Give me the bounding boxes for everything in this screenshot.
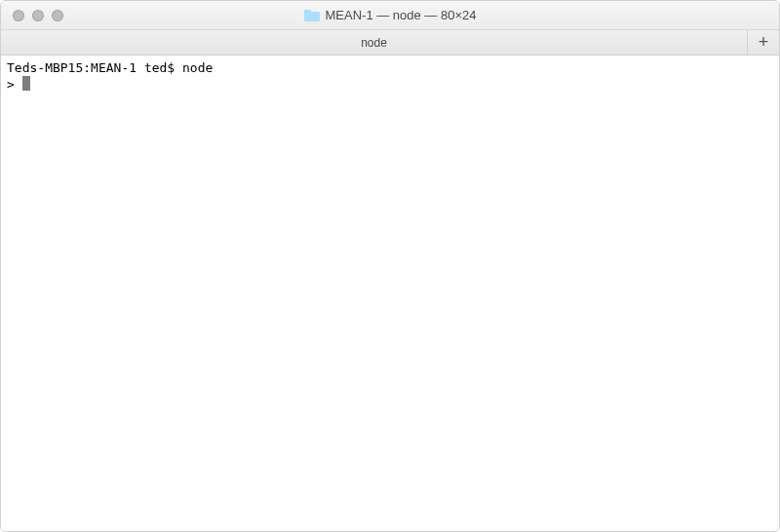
- plus-icon: +: [759, 32, 769, 53]
- repl-prompt: >: [7, 77, 22, 92]
- window-title-group: MEAN-1 — node — 80×24: [1, 8, 779, 22]
- tab-node[interactable]: node: [1, 30, 748, 55]
- terminal-window: MEAN-1 — node — 80×24 node + Teds-MBP15:…: [0, 0, 780, 532]
- shell-prompt: Teds-MBP15:MEAN-1 ted$: [7, 60, 182, 75]
- titlebar[interactable]: MEAN-1 — node — 80×24: [1, 1, 779, 30]
- new-tab-button[interactable]: +: [748, 30, 779, 55]
- window-controls: [1, 10, 63, 21]
- terminal-body[interactable]: Teds-MBP15:MEAN-1 ted$ node>: [1, 56, 779, 531]
- cursor-icon: [22, 76, 30, 91]
- tab-bar: node +: [1, 30, 779, 56]
- window-title: MEAN-1 — node — 80×24: [326, 8, 477, 22]
- minimize-icon[interactable]: [32, 10, 44, 21]
- close-icon[interactable]: [13, 10, 24, 21]
- terminal-line-1: Teds-MBP15:MEAN-1 ted$ node: [7, 59, 773, 76]
- shell-command: node: [182, 60, 213, 75]
- terminal-line-2: >: [7, 76, 773, 93]
- zoom-icon[interactable]: [52, 10, 63, 21]
- folder-icon: [304, 10, 320, 21]
- tab-label: node: [361, 36, 387, 50]
